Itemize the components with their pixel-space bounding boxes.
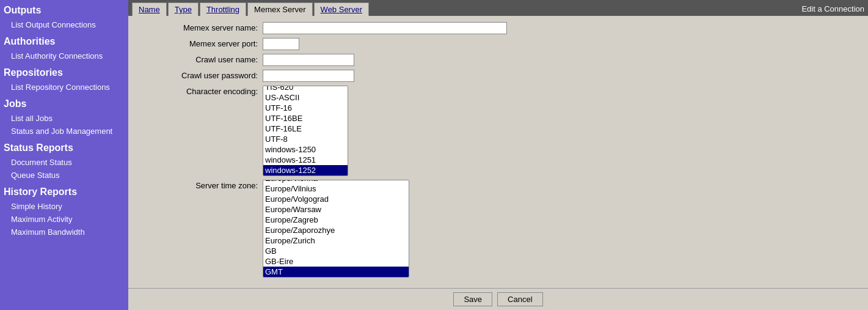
server-time-zone-label: Server time zone: bbox=[140, 180, 263, 190]
sidebar-link[interactable]: Maximum Bandwidth bbox=[0, 226, 128, 238]
sidebar-link[interactable]: Status and Job Management bbox=[0, 125, 128, 138]
tab-name[interactable]: Name bbox=[132, 2, 167, 16]
main-content: NameTypeThrottlingMemex ServerWeb Server… bbox=[128, 0, 868, 310]
character-encoding-label: Character encoding: bbox=[140, 86, 263, 96]
form-area: Memex server name: Memex server port: Cr… bbox=[128, 16, 868, 288]
sidebar-link[interactable]: List Output Connections bbox=[0, 18, 128, 31]
sidebar-section-title: History Reports bbox=[0, 182, 128, 200]
memex-server-port-row: Memex server port: bbox=[140, 38, 856, 50]
crawl-user-name-input[interactable] bbox=[263, 54, 354, 66]
tab-memex-server[interactable]: Memex Server bbox=[247, 2, 313, 16]
tab-throttling[interactable]: Throttling bbox=[200, 2, 246, 16]
crawl-user-name-label: Crawl user name: bbox=[140, 54, 263, 64]
page-title: Edit a Connection bbox=[801, 4, 864, 16]
sidebar-link[interactable]: Queue Status bbox=[0, 169, 128, 182]
sidebar-link[interactable]: List Authority Connections bbox=[0, 50, 128, 62]
bottom-bar: Save Cancel bbox=[128, 288, 868, 310]
cancel-button[interactable]: Cancel bbox=[497, 292, 542, 306]
sidebar-link[interactable]: Simple History bbox=[0, 200, 128, 213]
sidebar-section-title: Status Reports bbox=[0, 138, 128, 156]
memex-server-port-input[interactable] bbox=[263, 38, 299, 50]
character-encoding-select[interactable]: Shift_JISTIS-620US-ASCIIUTF-16UTF-16BEUT… bbox=[263, 86, 348, 176]
crawl-user-name-row: Crawl user name: bbox=[140, 54, 856, 66]
memex-server-name-label: Memex server name: bbox=[140, 22, 263, 32]
character-encoding-row: Character encoding: Shift_JISTIS-620US-A… bbox=[140, 86, 856, 176]
sidebar-section-title: Outputs bbox=[0, 0, 128, 18]
sidebar: OutputsList Output ConnectionsAuthoritie… bbox=[0, 0, 128, 310]
tab-row: NameTypeThrottlingMemex ServerWeb Server bbox=[132, 2, 369, 16]
sidebar-section-title: Repositories bbox=[0, 62, 128, 81]
save-button[interactable]: Save bbox=[453, 292, 492, 306]
memex-server-name-row: Memex server name: bbox=[140, 22, 856, 34]
memex-server-port-label: Memex server port: bbox=[140, 38, 263, 48]
sidebar-link[interactable]: Maximum Activity bbox=[0, 213, 128, 226]
crawl-user-password-label: Crawl user password: bbox=[140, 70, 263, 80]
sidebar-link[interactable]: Document Status bbox=[0, 156, 128, 169]
crawl-user-password-row: Crawl user password: bbox=[140, 70, 856, 82]
server-time-zone-row: Server time zone: Europe/ViennaEurope/Vi… bbox=[140, 180, 856, 278]
sidebar-link[interactable]: List all Jobs bbox=[0, 112, 128, 125]
tab-web-server[interactable]: Web Server bbox=[314, 2, 369, 16]
sidebar-link[interactable]: List Repository Connections bbox=[0, 81, 128, 94]
server-time-zone-select[interactable]: Europe/ViennaEurope/VilniusEurope/Volgog… bbox=[263, 180, 409, 278]
sidebar-section-title: Authorities bbox=[0, 31, 128, 50]
top-bar: NameTypeThrottlingMemex ServerWeb Server… bbox=[128, 0, 868, 16]
tab-type[interactable]: Type bbox=[168, 2, 199, 16]
crawl-user-password-input[interactable] bbox=[263, 70, 354, 82]
memex-server-name-input[interactable] bbox=[263, 22, 507, 34]
sidebar-section-title: Jobs bbox=[0, 94, 128, 112]
